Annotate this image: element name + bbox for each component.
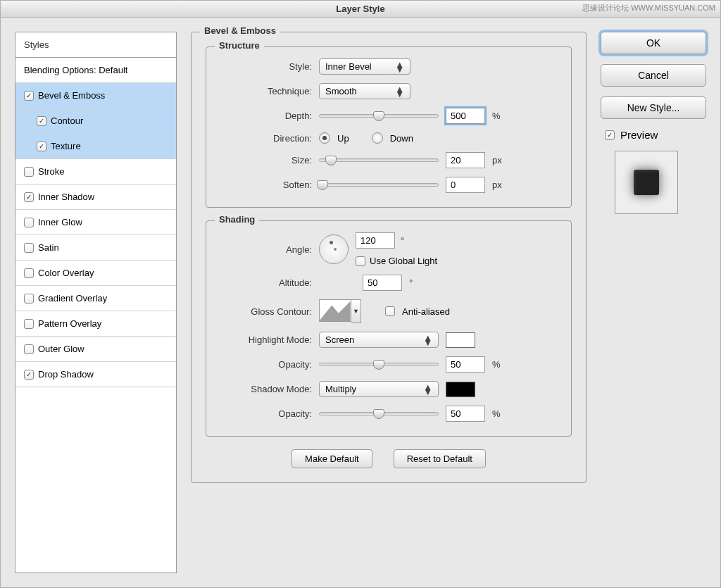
sidebar-item-label: Contour [51,115,83,126]
sidebar-item-label: Inner Glow [38,217,82,227]
preview-inner-shape [634,170,659,195]
sidebar-item-bevel-emboss[interactable]: Bevel & Emboss [15,83,176,108]
structure-legend: Structure [215,40,264,51]
sidebar-checkbox[interactable] [24,91,34,101]
sidebar-item-label: Stroke [38,166,65,177]
cancel-button[interactable]: Cancel [601,64,706,87]
sidebar-header[interactable]: Styles [15,32,176,58]
shadow-mode-value: Multiply [325,384,356,394]
sidebar-item-outer-glow[interactable]: Outer Glow [15,337,176,362]
sidebar-item-satin[interactable]: Satin [15,235,176,261]
size-slider[interactable] [319,155,439,166]
sidebar-item-label: Satin [38,242,59,253]
shadow-opacity-label: Opacity: [220,408,312,419]
bevel-emboss-group: Bevel & Emboss Structure Style: Inner Be… [191,32,587,483]
sidebar-checkbox[interactable] [24,192,34,202]
soften-label: Soften: [220,180,312,190]
highlight-opacity-input[interactable]: 50 [446,356,485,373]
shadow-opacity-input[interactable]: 50 [446,406,485,422]
select-arrows-icon: ▲▼ [423,384,432,394]
action-panel: OK Cancel New Style... Preview [601,32,706,573]
sidebar-item-color-overlay[interactable]: Color Overlay [15,261,176,286]
sidebar-item-label: Gradient Overlay [38,293,107,304]
watermark-top-right: 思缘设计论坛 WWW.MISSYUAN.COM [582,3,715,13]
shadow-mode-label: Shadow Mode: [220,384,312,394]
sidebar-checkbox[interactable] [24,370,34,380]
sidebar-checkbox[interactable] [24,319,34,329]
preview-thumbnail [615,151,678,214]
shadow-opacity-slider[interactable] [319,408,439,420]
direction-down-radio[interactable] [372,132,383,144]
altitude-input[interactable]: 50 [363,275,402,291]
sidebar-checkbox[interactable] [24,344,34,354]
sidebar-checkbox[interactable] [24,218,34,227]
sidebar-checkbox[interactable] [24,167,34,177]
sidebar-item-label: Pattern Overlay [38,318,101,329]
altitude-unit: ° [409,277,413,288]
style-select[interactable]: Inner Bevel ▲▼ [319,58,410,75]
make-default-button[interactable]: Make Default [291,449,372,468]
sidebar-item-inner-glow[interactable]: Inner Glow [15,210,176,235]
select-arrows-icon: ▲▼ [395,87,404,96]
opacity-unit: % [492,408,501,419]
technique-label: Technique: [220,86,312,96]
shadow-color-swatch[interactable] [446,382,475,397]
highlight-mode-select[interactable]: Screen ▲▼ [319,332,439,348]
shadow-mode-select[interactable]: Multiply ▲▼ [319,381,439,397]
global-light-checkbox[interactable] [356,256,365,266]
depth-label: Depth: [220,111,312,121]
angle-label: Angle: [220,244,312,255]
sidebar-item-drop-shadow[interactable]: Drop Shadow [15,362,176,387]
sidebar-checkbox[interactable] [37,142,46,151]
sidebar-item-label: Outer Glow [38,344,84,354]
angle-unit: ° [401,235,404,246]
highlight-mode-value: Screen [325,334,354,345]
size-input[interactable]: 20 [446,152,485,168]
sidebar-item-stroke[interactable]: Stroke [15,159,176,184]
sidebar-checkbox[interactable] [24,243,34,253]
style-label: Style: [220,61,312,72]
shading-legend: Shading [215,214,259,225]
sidebar-item-texture[interactable]: Texture [15,134,176,159]
style-value: Inner Bevel [325,61,372,72]
sidebar-blending-options[interactable]: Blending Options: Default [15,58,176,83]
center-panel: Bevel & Emboss Structure Style: Inner Be… [191,32,587,573]
sidebar-checkbox[interactable] [37,116,46,126]
direction-down-label: Down [390,133,413,144]
ok-button[interactable]: OK [601,32,706,54]
direction-up-radio[interactable] [319,132,330,144]
technique-value: Smooth [325,86,357,96]
preview-checkbox[interactable] [605,130,615,140]
direction-up-label: Up [337,133,349,144]
gloss-contour-swatch[interactable] [319,299,351,322]
sidebar-item-contour[interactable]: Contour [15,108,176,134]
new-style-button[interactable]: New Style... [601,96,706,119]
select-arrows-icon: ▲▼ [395,62,404,72]
technique-select[interactable]: Smooth ▲▼ [319,83,410,99]
highlight-mode-label: Highlight Mode: [220,334,312,345]
size-unit: px [492,155,502,165]
gloss-contour-dropdown[interactable]: ▼ [351,299,361,323]
depth-unit: % [492,111,501,121]
sidebar-item-gradient-overlay[interactable]: Gradient Overlay [15,286,176,311]
highlight-color-swatch[interactable] [446,332,475,348]
soften-slider[interactable] [319,180,439,191]
global-light-label: Use Global Light [370,256,437,266]
sidebar-checkbox[interactable] [24,294,34,304]
depth-input[interactable]: 500 [446,108,485,124]
reset-default-button[interactable]: Reset to Default [394,449,486,468]
highlight-opacity-slider[interactable] [319,359,439,370]
antialias-checkbox[interactable] [385,306,395,316]
sidebar-item-pattern-overlay[interactable]: Pattern Overlay [15,311,176,337]
sidebar-item-inner-shadow[interactable]: Inner Shadow [15,184,176,210]
soften-input[interactable]: 0 [446,177,485,193]
angle-dial[interactable] [319,234,349,264]
select-arrows-icon: ▲▼ [423,335,432,345]
angle-input[interactable]: 120 [356,232,395,249]
depth-slider[interactable] [319,111,439,122]
preview-label: Preview [620,129,658,141]
styles-sidebar: Styles Blending Options: Default Bevel &… [15,32,177,573]
sidebar-checkbox[interactable] [24,268,34,278]
antialias-label: Anti-aliased [402,306,450,317]
structure-group: Structure Style: Inner Bevel ▲▼ Techniqu… [206,46,572,208]
